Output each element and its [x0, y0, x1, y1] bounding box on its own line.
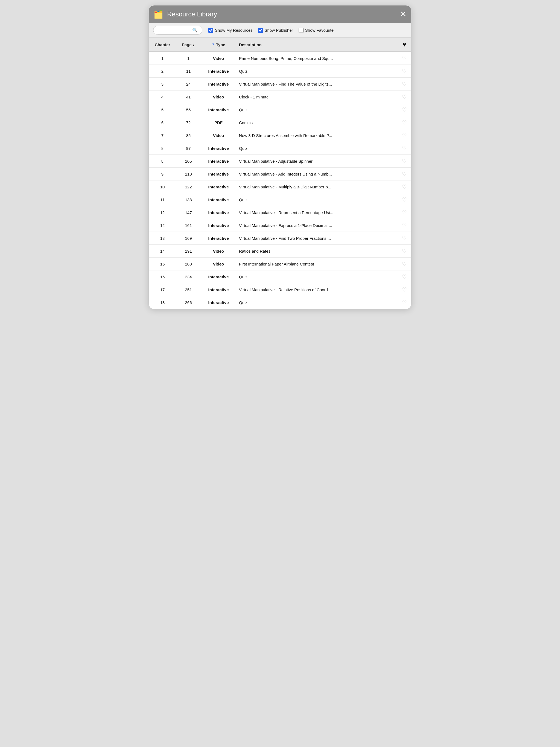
- cell-favourite[interactable]: ♡: [398, 91, 411, 103]
- table-row[interactable]: 672PDFComics♡: [149, 116, 411, 129]
- favourite-heart-icon[interactable]: ♡: [402, 261, 407, 267]
- cell-type: Video: [201, 245, 236, 258]
- table-row[interactable]: 10122InteractiveVirtual Manipulative - M…: [149, 180, 411, 193]
- table-row[interactable]: 324InteractiveVirtual Manipulative - Fin…: [149, 78, 411, 91]
- cell-favourite[interactable]: ♡: [398, 180, 411, 193]
- cell-favourite[interactable]: ♡: [398, 245, 411, 258]
- table-row[interactable]: 12147InteractiveVirtual Manipulative - R…: [149, 206, 411, 219]
- table-row[interactable]: 16234InteractiveQuiz♡: [149, 271, 411, 283]
- table-row[interactable]: 9110InteractiveVirtual Manipulative - Ad…: [149, 168, 411, 180]
- cell-favourite[interactable]: ♡: [398, 283, 411, 296]
- cell-description: Virtual Manipulative - Find The Value of…: [236, 78, 398, 91]
- cell-favourite[interactable]: ♡: [398, 155, 411, 168]
- col-header-description[interactable]: Description: [236, 38, 398, 52]
- table-row[interactable]: 18266InteractiveQuiz♡: [149, 296, 411, 309]
- favourite-heart-icon[interactable]: ♡: [402, 248, 407, 254]
- show-favourite-filter[interactable]: Show Favourite: [299, 28, 334, 33]
- table-body: 11VideoPrime Numbers Song: Prime, Compos…: [149, 52, 411, 309]
- table-row[interactable]: 15200VideoFirst International Paper Airp…: [149, 258, 411, 271]
- show-publisher-checkbox[interactable]: [258, 28, 263, 33]
- col-header-chapter[interactable]: Chapter: [149, 38, 176, 52]
- cell-type: Interactive: [201, 296, 236, 309]
- favourite-heart-icon[interactable]: ♡: [402, 171, 407, 177]
- table-row[interactable]: 17251InteractiveVirtual Manipulative - R…: [149, 283, 411, 296]
- cell-favourite[interactable]: ♡: [398, 78, 411, 91]
- favourite-heart-icon[interactable]: ♡: [402, 107, 407, 113]
- favourite-heart-icon[interactable]: ♡: [402, 287, 407, 292]
- table-row[interactable]: 8105InteractiveVirtual Manipulative - Ad…: [149, 155, 411, 168]
- cell-favourite[interactable]: ♡: [398, 65, 411, 78]
- favourite-heart-icon[interactable]: ♡: [402, 235, 407, 241]
- cell-chapter: 1: [149, 52, 176, 65]
- favourite-heart-icon[interactable]: ♡: [402, 274, 407, 280]
- cell-page: 41: [176, 91, 201, 103]
- table-row[interactable]: 11VideoPrime Numbers Song: Prime, Compos…: [149, 52, 411, 65]
- cell-chapter: 12: [149, 219, 176, 232]
- search-input[interactable]: [157, 28, 190, 32]
- table-row[interactable]: 555InteractiveQuiz♡: [149, 103, 411, 116]
- cell-chapter: 3: [149, 78, 176, 91]
- toolbar: 🔍 Show My Resources Show Publisher Show …: [149, 23, 411, 38]
- cell-type: Interactive: [201, 180, 236, 193]
- favourite-heart-icon[interactable]: ♡: [402, 222, 407, 228]
- favourite-heart-icon[interactable]: ♡: [402, 145, 407, 151]
- show-favourite-checkbox[interactable]: [299, 28, 304, 33]
- favourite-heart-icon[interactable]: ♡: [402, 55, 407, 61]
- col-header-page[interactable]: Page▲: [176, 38, 201, 52]
- cell-favourite[interactable]: ♡: [398, 168, 411, 180]
- table-row[interactable]: 211InteractiveQuiz♡: [149, 65, 411, 78]
- cell-description: New 3-D Structures Assemble with Remarka…: [236, 129, 398, 142]
- cell-page: 191: [176, 245, 201, 258]
- table-row[interactable]: 441VideoClock - 1 minute♡: [149, 91, 411, 103]
- cell-type: Video: [201, 52, 236, 65]
- table-row[interactable]: 11138InteractiveQuiz♡: [149, 193, 411, 206]
- cell-favourite[interactable]: ♡: [398, 142, 411, 155]
- cell-favourite[interactable]: ♡: [398, 52, 411, 65]
- close-button[interactable]: ✕: [400, 10, 406, 18]
- cell-favourite[interactable]: ♡: [398, 296, 411, 309]
- table-row[interactable]: 897InteractiveQuiz♡: [149, 142, 411, 155]
- cell-favourite[interactable]: ♡: [398, 116, 411, 129]
- favourite-heart-icon[interactable]: ♡: [402, 132, 407, 138]
- cell-type: Interactive: [201, 65, 236, 78]
- cell-favourite[interactable]: ♡: [398, 271, 411, 283]
- cell-page: 234: [176, 271, 201, 283]
- cell-favourite[interactable]: ♡: [398, 193, 411, 206]
- resource-table: Chapter Page▲ ? Type Description ♥ 11Vid…: [149, 38, 411, 309]
- table-row[interactable]: 785VideoNew 3-D Structures Assemble with…: [149, 129, 411, 142]
- table-row[interactable]: 12161InteractiveVirtual Manipulative - E…: [149, 219, 411, 232]
- favourite-heart-icon[interactable]: ♡: [402, 209, 407, 215]
- table-row[interactable]: 14191VideoRatios and Rates♡: [149, 245, 411, 258]
- cell-description: Ratios and Rates: [236, 245, 398, 258]
- favourite-heart-icon[interactable]: ♡: [402, 184, 407, 190]
- favourite-heart-icon[interactable]: ♡: [402, 158, 407, 164]
- table-row[interactable]: 13169InteractiveVirtual Manipulative - F…: [149, 232, 411, 245]
- col-header-favourite[interactable]: ♥: [398, 38, 411, 52]
- cell-favourite[interactable]: ♡: [398, 232, 411, 245]
- cell-favourite[interactable]: ♡: [398, 129, 411, 142]
- cell-favourite[interactable]: ♡: [398, 258, 411, 271]
- cell-page: 200: [176, 258, 201, 271]
- cell-favourite[interactable]: ♡: [398, 206, 411, 219]
- cell-description: Virtual Manipulative - Find Two Proper F…: [236, 232, 398, 245]
- cell-chapter: 17: [149, 283, 176, 296]
- favourite-heart-icon[interactable]: ♡: [402, 81, 407, 87]
- show-my-resources-checkbox[interactable]: [208, 28, 213, 33]
- favourite-heart-icon[interactable]: ♡: [402, 94, 407, 100]
- cell-description: Virtual Manipulative - Multiply a 3-Digi…: [236, 180, 398, 193]
- favourite-heart-icon[interactable]: ♡: [402, 120, 407, 126]
- favourite-heart-icon[interactable]: ♡: [402, 68, 407, 74]
- cell-favourite[interactable]: ♡: [398, 103, 411, 116]
- show-my-resources-filter[interactable]: Show My Resources: [208, 28, 253, 33]
- favourite-heart-icon[interactable]: ♡: [402, 300, 407, 305]
- cell-description: Comics: [236, 116, 398, 129]
- show-publisher-filter[interactable]: Show Publisher: [258, 28, 293, 33]
- favourite-heart-icon[interactable]: ♡: [402, 197, 407, 203]
- cell-page: 251: [176, 283, 201, 296]
- cell-chapter: 12: [149, 206, 176, 219]
- cell-page: 72: [176, 116, 201, 129]
- cell-favourite[interactable]: ♡: [398, 219, 411, 232]
- page-title: Resource Library: [167, 10, 217, 18]
- col-header-type[interactable]: ? Type: [201, 38, 236, 52]
- cell-type: PDF: [201, 116, 236, 129]
